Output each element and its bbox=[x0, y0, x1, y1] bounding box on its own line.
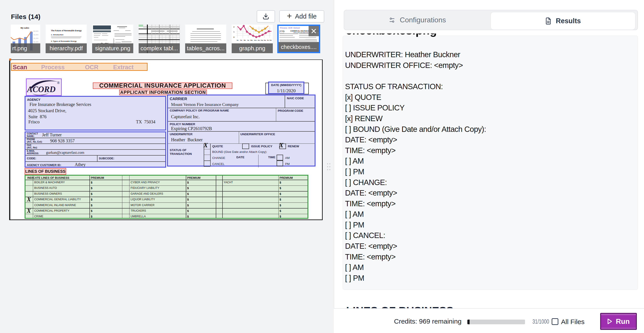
svg-text:May: May bbox=[250, 39, 253, 41]
svg-text:Mar: Mar bbox=[244, 39, 246, 41]
svg-text:$1,200: $1,200 bbox=[34, 37, 38, 39]
svg-text:®: ® bbox=[57, 81, 60, 85]
svg-text:0: 0 bbox=[234, 36, 234, 38]
svg-text:Nov: Nov bbox=[270, 39, 272, 41]
svg-text:$1,000: $1,000 bbox=[34, 41, 38, 43]
svg-text:June: June bbox=[254, 39, 257, 41]
svg-text:ACORD: ACORD bbox=[26, 85, 56, 94]
svg-text:Sep: Sep bbox=[264, 39, 266, 41]
svg-text:Feb: Feb bbox=[240, 39, 242, 41]
svg-text:Oct: Oct bbox=[267, 39, 269, 41]
svg-text:Apr: Apr bbox=[247, 39, 249, 41]
svg-text:2: 2 bbox=[234, 26, 234, 28]
svg-text:Jan: Jan bbox=[236, 39, 238, 41]
svg-text:July: July bbox=[258, 39, 260, 41]
svg-text:$2,000: $2,000 bbox=[34, 30, 38, 32]
svg-text:$1,500: $1,500 bbox=[34, 34, 38, 35]
svg-text:Aug: Aug bbox=[261, 39, 263, 41]
svg-text:1: 1 bbox=[234, 31, 234, 33]
